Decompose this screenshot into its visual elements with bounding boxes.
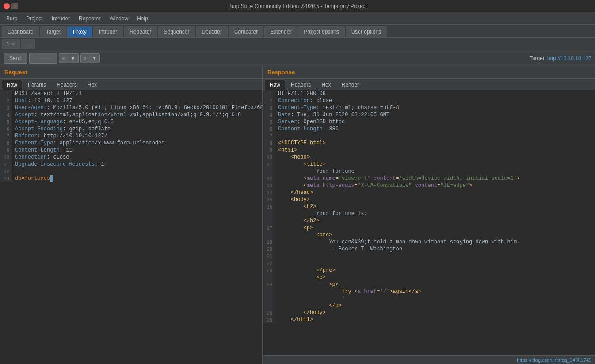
app-icon-square: ◇: [11, 3, 18, 9]
table-row: 10 Connection: close: [0, 154, 262, 161]
response-tab-render[interactable]: Render: [337, 80, 364, 90]
table-row: 13 <meta http-equiv="X-UA-Compatible" co…: [263, 182, 595, 189]
table-row: Your fortune is:: [263, 210, 595, 217]
table-row: 4 Accept: text/html,application/xhtml+xm…: [0, 111, 262, 118]
window-controls: ◇: [4, 3, 18, 9]
tab-comparer[interactable]: Comparer: [229, 26, 263, 37]
table-row: 8 Content-Type: application/x-www-form-u…: [0, 140, 262, 147]
tab-target[interactable]: Target: [40, 26, 66, 37]
table-row: 12 <meta name='viewport' content='width=…: [263, 175, 595, 182]
table-row: Your fortune: [263, 168, 595, 175]
response-tab-hex[interactable]: Hex: [317, 80, 336, 90]
request-code-area[interactable]: 1 POST /select HTTP/1.1 2 Host: 10.10.10…: [0, 90, 262, 364]
table-row: 1 POST /select HTTP/1.1: [0, 90, 262, 97]
response-tab-headers[interactable]: Headers: [286, 80, 316, 90]
table-row: 7 Referer: http://10.10.10.127/: [0, 133, 262, 140]
response-tabs: Raw Headers Hex Render: [263, 79, 595, 90]
table-row: 16 <h2>: [263, 203, 595, 210]
table-row: 2 Connection: close: [263, 97, 595, 104]
request-tab-headers[interactable]: Headers: [52, 80, 81, 90]
table-row: 6 Accept-Encoding: gzip, deflate: [0, 125, 262, 133]
request-panel: Request Raw Params Headers Hex 1 POST /s…: [0, 66, 263, 364]
tab-user-options[interactable]: User options: [346, 26, 387, 37]
table-row: 13 db=fortunes: [0, 175, 262, 182]
target-url: http://10.10.10.127: [547, 55, 591, 61]
tab-dashboard[interactable]: Dashboard: [2, 26, 39, 37]
table-row: 21: [263, 253, 595, 260]
main-tab-bar: Dashboard Target Proxy Intruder Repeater…: [0, 25, 595, 38]
table-row: 3 User-Agent: Mozilla/5.0 (X11; Linux x8…: [0, 104, 262, 111]
main-content: Request Raw Params Headers Hex 1 POST /s…: [0, 66, 595, 364]
sub-tab-more[interactable]: ...: [21, 39, 36, 49]
tab-decoder[interactable]: Decoder: [196, 26, 228, 37]
tab-intruder[interactable]: Intruder: [93, 26, 123, 37]
table-row: 5 Accept-Language: en-US,en;q=0.5: [0, 118, 262, 125]
request-title: Request: [0, 66, 262, 79]
table-row: Try <a href='/'>again</a>: [263, 288, 595, 295]
response-tab-raw[interactable]: Raw: [265, 80, 285, 90]
table-row: 8 <!DOCTYPE html>: [263, 140, 595, 147]
status-url: https://blog.csdn.net/qq_34901745: [517, 357, 591, 363]
nav-next-group: > ▼: [80, 53, 100, 63]
table-row: 12: [0, 168, 262, 175]
table-row: 5 Server: OpenBSD httpd: [263, 118, 595, 125]
target-label: Target: http://10.10.10.127: [530, 55, 591, 61]
menu-repeater[interactable]: Repeater: [74, 14, 105, 23]
cancel-button[interactable]: Cancel: [29, 53, 57, 64]
menu-window[interactable]: Window: [105, 14, 133, 23]
table-row: 4 Date: Tue, 30 Jun 2020 03:22:05 GMT: [263, 111, 595, 118]
request-tab-raw[interactable]: Raw: [2, 80, 22, 90]
close-tab-icon[interactable]: ✕: [11, 42, 15, 46]
table-row: 24 <p>: [263, 281, 595, 288]
window-title: Burp Suite Community Edition v2020.5 - T…: [228, 3, 367, 9]
tab-extender[interactable]: Extender: [264, 26, 297, 37]
tab-repeater[interactable]: Repeater: [124, 26, 157, 37]
table-row: 23 </pre>: [263, 267, 595, 274]
menu-burp[interactable]: Burp: [2, 14, 22, 23]
table-row: 19 You can&#39;t hold a man down without…: [263, 239, 595, 246]
request-tab-hex[interactable]: Hex: [83, 80, 102, 90]
tab-sequencer[interactable]: Sequencer: [158, 26, 195, 37]
toolbar: Send Cancel < ▼ > ▼ Target: http://10.10…: [0, 50, 595, 66]
send-button[interactable]: Send: [4, 53, 27, 64]
target-text: Target:: [530, 55, 546, 61]
table-row: 9 Content-Length: 11: [0, 147, 262, 154]
table-row: 2 Host: 10.10.10.127: [0, 97, 262, 104]
table-row: !: [263, 295, 595, 302]
sub-tab-1[interactable]: 1 ✕: [2, 39, 20, 49]
response-title: Response: [263, 66, 595, 79]
next-dropdown-button[interactable]: ▼: [89, 54, 99, 63]
table-row: 15 <body>: [263, 196, 595, 203]
table-row: 22: [263, 260, 595, 267]
menu-help[interactable]: Help: [133, 14, 153, 23]
app-icon: [4, 3, 10, 9]
table-row: 17 <p>: [263, 224, 595, 231]
table-row: </h2>: [263, 217, 595, 224]
request-tab-params[interactable]: Params: [23, 80, 51, 90]
status-bar: https://blog.csdn.net/qq_34901745: [263, 355, 595, 364]
tab-project-options[interactable]: Project options: [298, 26, 344, 37]
sub-tab-1-label: 1: [7, 41, 10, 47]
prev-dropdown-button[interactable]: ▼: [68, 54, 78, 63]
table-row: 7: [263, 133, 595, 140]
table-row: 1 HTTP/1.1 200 OK: [263, 90, 595, 97]
table-row: <p>: [263, 274, 595, 281]
prev-button[interactable]: <: [59, 54, 68, 63]
response-panel: Response Raw Headers Hex Render 1 HTTP/1…: [263, 66, 595, 364]
tab-proxy[interactable]: Proxy: [67, 26, 92, 37]
table-row: 9 <html>: [263, 147, 595, 154]
table-row: <pre>: [263, 231, 595, 239]
table-row: 11 <title>: [263, 161, 595, 168]
nav-prev-group: < ▼: [59, 53, 78, 63]
title-bar: ◇ Burp Suite Community Edition v2020.5 -…: [0, 0, 595, 12]
next-button[interactable]: >: [81, 54, 89, 63]
table-row: </p>: [263, 302, 595, 309]
table-row: 26 </html>: [263, 316, 595, 323]
request-tabs: Raw Params Headers Hex: [0, 79, 262, 90]
menu-intruder[interactable]: Intruder: [47, 14, 74, 23]
sub-tab-bar: 1 ✕ ...: [0, 38, 595, 50]
table-row: 3 Content-Type: text/html; charset=utf-8: [263, 104, 595, 111]
table-row: 11 Upgrade-Insecure-Requests: 1: [0, 161, 262, 168]
response-code-area[interactable]: 1 HTTP/1.1 200 OK 2 Connection: close 3 …: [263, 90, 595, 355]
menu-project[interactable]: Project: [22, 14, 47, 23]
